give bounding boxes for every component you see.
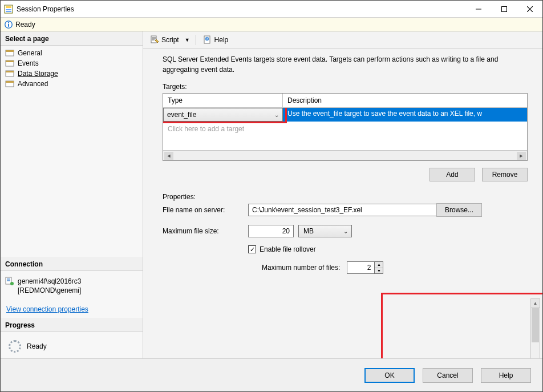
svg-rect-13 xyxy=(6,50,14,52)
app-icon xyxy=(4,5,13,14)
svg-point-23 xyxy=(10,282,14,285)
column-header-type[interactable]: Type xyxy=(163,94,283,107)
connection-header: Connection xyxy=(1,257,143,271)
svg-rect-11 xyxy=(8,23,9,26)
page-item-advanced[interactable]: Advanced xyxy=(4,79,139,89)
stepper-down-icon[interactable]: ▼ xyxy=(375,268,383,274)
minimize-button[interactable] xyxy=(465,1,491,18)
server-icon xyxy=(5,277,14,286)
toolbar: Script ▼ ? Help xyxy=(143,31,542,49)
targets-table: Type Description event_file ⌄ Use the ev… xyxy=(163,93,528,161)
enable-rollover-checkbox[interactable]: ✓ xyxy=(248,245,256,253)
page-item-general[interactable]: General xyxy=(4,48,139,58)
left-panel: Select a page General Events Data Storag… xyxy=(1,31,143,358)
max-files-input[interactable] xyxy=(347,261,374,274)
svg-rect-17 xyxy=(6,71,14,72)
svg-text:?: ? xyxy=(206,37,208,41)
select-page-header: Select a page xyxy=(1,31,143,46)
page-icon xyxy=(5,80,14,88)
svg-rect-21 xyxy=(7,278,10,280)
progress-text: Ready xyxy=(27,342,47,350)
max-files-stepper[interactable]: ▲ ▼ xyxy=(374,261,383,274)
page-item-events[interactable]: Events xyxy=(4,58,139,68)
page-label: General xyxy=(18,49,42,57)
horizontal-scrollbar[interactable]: ◄ ► xyxy=(163,150,527,160)
titlebar: Session Properties xyxy=(1,1,542,18)
column-header-description[interactable]: Description xyxy=(283,94,527,107)
help-button[interactable]: ? Help xyxy=(201,34,231,46)
stepper-up-icon[interactable]: ▲ xyxy=(375,262,383,268)
page-label: Advanced xyxy=(18,80,48,88)
max-files-label: Maximum number of files: xyxy=(262,264,340,272)
page-description: SQL Server Extended Events targets store… xyxy=(163,54,534,75)
page-icon xyxy=(5,59,14,67)
close-button[interactable] xyxy=(517,1,542,18)
view-connection-properties-link[interactable]: View connection properties xyxy=(6,305,88,313)
script-icon xyxy=(150,35,159,45)
page-label: Data Storage xyxy=(18,70,58,78)
file-size-unit-select[interactable]: MB ⌄ xyxy=(298,225,352,237)
browse-button[interactable]: Browse... xyxy=(436,203,482,217)
page-icon xyxy=(5,49,14,57)
window-title: Session Properties xyxy=(17,5,74,13)
table-row[interactable]: event_file ⌄ Use the event_file target t… xyxy=(163,108,527,122)
progress-header: Progress xyxy=(1,318,143,332)
remove-button[interactable]: Remove xyxy=(482,168,528,181)
add-target-placeholder[interactable]: Click here to add a target xyxy=(163,122,527,136)
svg-rect-15 xyxy=(6,60,14,62)
max-file-size-label: Maximum file size: xyxy=(163,227,248,235)
svg-rect-2 xyxy=(6,9,11,10)
enable-rollover-label: Enable file rollover xyxy=(260,245,316,253)
scroll-up-icon[interactable]: ▲ xyxy=(531,299,540,308)
script-button[interactable]: Script xyxy=(148,34,181,46)
svg-rect-3 xyxy=(6,11,11,12)
page-item-data-storage[interactable]: Data Storage xyxy=(4,68,139,79)
connection-text: genemi4f\sql2016rc3 [REDMOND\genemi] xyxy=(18,277,81,295)
maximize-button[interactable] xyxy=(491,1,517,18)
chevron-down-icon: ⌄ xyxy=(274,112,279,118)
progress-spinner-icon xyxy=(9,340,21,353)
target-type-select[interactable]: event_file ⌄ xyxy=(163,108,283,122)
add-button[interactable]: Add xyxy=(429,168,475,181)
help-icon: ? xyxy=(203,35,212,45)
file-name-label: File name on server: xyxy=(163,206,248,214)
vertical-scrollbar[interactable]: ▲ ▼ xyxy=(530,298,540,358)
chevron-down-icon: ⌄ xyxy=(343,228,348,235)
max-file-size-input[interactable] xyxy=(248,225,294,237)
main-panel: Script ▼ ? Help SQL Server Extended Even… xyxy=(143,31,542,358)
status-text: Ready xyxy=(15,21,35,29)
info-icon xyxy=(4,20,13,29)
properties-label: Properties: xyxy=(163,193,534,201)
status-bar: Ready xyxy=(1,18,542,31)
svg-rect-19 xyxy=(6,81,14,83)
cancel-button[interactable]: Cancel xyxy=(423,368,473,383)
svg-rect-22 xyxy=(7,280,10,281)
svg-rect-5 xyxy=(501,6,506,11)
highlight-box xyxy=(381,293,542,358)
scroll-right-icon[interactable]: ► xyxy=(517,152,526,160)
svg-point-10 xyxy=(8,22,9,23)
scrollbar-thumb[interactable] xyxy=(532,308,539,342)
file-name-input[interactable] xyxy=(248,204,459,216)
targets-label: Targets: xyxy=(163,83,534,91)
target-description-cell: Use the event_file target to save the ev… xyxy=(283,108,527,122)
scroll-left-icon[interactable]: ◄ xyxy=(164,152,173,160)
help-button[interactable]: Help xyxy=(481,368,531,383)
dialog-footer: OK Cancel Help xyxy=(1,358,542,391)
page-label: Events xyxy=(18,59,39,67)
ok-button[interactable]: OK xyxy=(364,368,415,383)
svg-rect-24 xyxy=(151,36,156,43)
page-icon xyxy=(5,70,14,78)
script-dropdown[interactable]: ▼ xyxy=(184,37,191,43)
svg-rect-1 xyxy=(6,6,11,8)
